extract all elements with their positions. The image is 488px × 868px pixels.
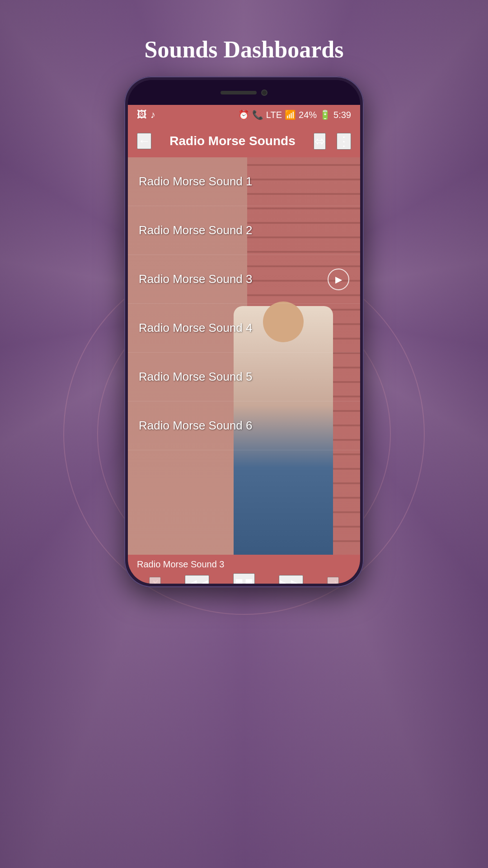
camera xyxy=(261,90,267,96)
speaker-grille xyxy=(221,91,257,94)
status-bar: 🖼 ♪ ⏰ 📞 LTE 📶 24% 🔋 5:39 xyxy=(128,105,360,125)
sound-item-1-label: Radio Morse Sound 1 xyxy=(139,175,252,189)
share-button[interactable]: ⬄ xyxy=(314,133,326,150)
pause-button[interactable]: ▮▮ xyxy=(233,573,255,584)
music-icon: ♪ xyxy=(150,109,155,121)
shuffle-button[interactable]: ✗ xyxy=(149,577,161,584)
app-title: Radio Morse Sounds xyxy=(169,134,295,148)
sound-list-container: Radio Morse Sound 1 Radio Morse Sound 2 … xyxy=(128,157,360,555)
alarm-icon: ⏰ xyxy=(238,109,249,120)
player-track-name: Radio Morse Sound 3 xyxy=(137,559,351,570)
sound-item-3[interactable]: Radio Morse Sound 3 ▶ xyxy=(128,255,360,304)
menu-button[interactable]: ⋮ xyxy=(337,133,351,150)
battery-icon: 🔋 xyxy=(319,109,331,120)
phone-inner: 🖼 ♪ ⏰ 📞 LTE 📶 24% 🔋 5:39 ← Radio Morse S… xyxy=(128,80,360,584)
play-icon-3[interactable]: ▶ xyxy=(328,269,349,290)
lte-label: LTE xyxy=(266,110,282,120)
status-left-icons: 🖼 ♪ xyxy=(137,109,155,121)
sound-item-4-label: Radio Morse Sound 4 xyxy=(139,321,252,335)
sound-item-3-label: Radio Morse Sound 3 xyxy=(139,272,252,286)
sound-item-4[interactable]: Radio Morse Sound 4 xyxy=(128,304,360,353)
page-title: Sounds Dashboards xyxy=(145,36,344,63)
image-icon: 🖼 xyxy=(137,109,147,121)
sound-item-6-label: Radio Morse Sound 6 xyxy=(139,419,252,433)
player-controls: ✗ ◀◀ ▮▮ ▶▶ ⇄ xyxy=(137,573,351,584)
phone-shell: 🖼 ♪ ⏰ 📞 LTE 📶 24% 🔋 5:39 ← Radio Morse S… xyxy=(124,76,364,587)
phone-top-bar xyxy=(128,80,360,105)
player-bar: Radio Morse Sound 3 ✗ ◀◀ ▮▮ ▶▶ ⇄ 0:00 0:… xyxy=(128,555,360,584)
repeat-button[interactable]: ⇄ xyxy=(327,577,339,584)
sound-item-5[interactable]: Radio Morse Sound 5 xyxy=(128,353,360,401)
sound-item-2-label: Radio Morse Sound 2 xyxy=(139,223,252,237)
back-button[interactable]: ← xyxy=(137,133,151,149)
prev-button[interactable]: ◀◀ xyxy=(185,575,209,584)
battery-label: 24% xyxy=(299,110,317,120)
next-button[interactable]: ▶▶ xyxy=(279,575,303,584)
signal-icon: 📶 xyxy=(285,109,296,120)
sound-item-5-label: Radio Morse Sound 5 xyxy=(139,370,252,384)
sound-item-1[interactable]: Radio Morse Sound 1 xyxy=(128,157,360,206)
phone-content: Radio Morse Sound 1 Radio Morse Sound 2 … xyxy=(128,157,360,584)
header-icons: ⬄ ⋮ xyxy=(314,133,351,150)
time-label: 5:39 xyxy=(333,110,351,120)
call-icon: 📞 xyxy=(252,109,263,120)
sound-item-6[interactable]: Radio Morse Sound 6 xyxy=(128,401,360,450)
app-header: ← Radio Morse Sounds ⬄ ⋮ xyxy=(128,125,360,157)
sound-item-2[interactable]: Radio Morse Sound 2 xyxy=(128,206,360,255)
status-right-info: ⏰ 📞 LTE 📶 24% 🔋 5:39 xyxy=(238,109,351,120)
